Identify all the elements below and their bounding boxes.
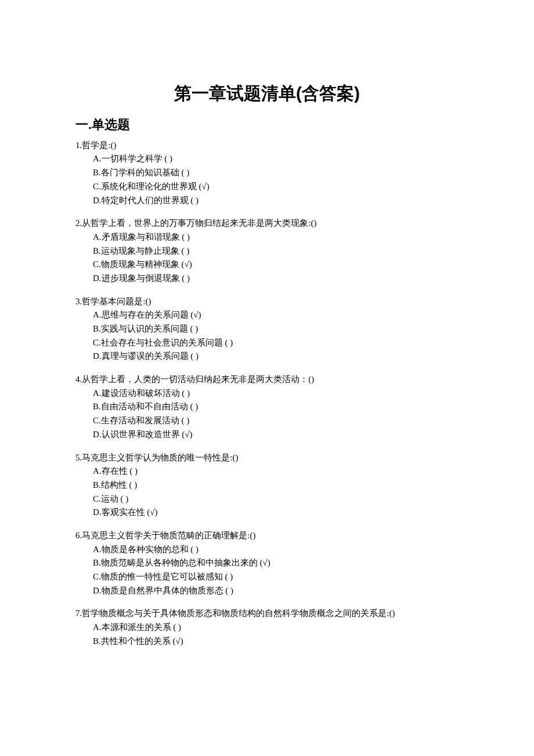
question-block: 1.哲学是:() A.一切科学之科学 ( ) B.各门学科的知识基础 ( ) C… bbox=[75, 139, 459, 207]
question-option: D.特定时代人们的世界观 ( ) bbox=[75, 194, 459, 208]
question-option: D.真理与谬误的关系问题 ( ) bbox=[75, 350, 459, 363]
question-stem: 6.马克思主义哲学关于物质范畴的正确理解是:() bbox=[75, 529, 459, 543]
question-option: B.各门学科的知识基础 ( ) bbox=[75, 166, 459, 180]
question-block: 3.哲学基本问题是:() A.思维与存在的关系问题 (√) B.实践与认识的关系… bbox=[75, 295, 459, 363]
question-stem: 2.从哲学上看，世界上的万事万物归结起来无非是两大类现象:() bbox=[75, 217, 459, 231]
question-option: B.共性和个性的关系 (√) bbox=[75, 635, 459, 649]
question-option: C.运动 ( ) bbox=[75, 492, 459, 506]
question-option: B.结构性 ( ) bbox=[75, 478, 459, 492]
question-option: A.建设活动和破坏活动 ( ) bbox=[75, 387, 459, 401]
question-block: 5.马克思主义哲学认为物质的唯一特性是:() A.存在性 ( ) B.结构性 (… bbox=[75, 451, 459, 520]
question-option: D.客观实在性 (√) bbox=[75, 506, 459, 520]
question-option: B.自由活动和不自由活动 ( ) bbox=[75, 400, 459, 414]
question-option: A.一切科学之科学 ( ) bbox=[75, 152, 459, 166]
section-heading: 一.单选题 bbox=[75, 116, 459, 134]
question-stem: 1.哲学是:() bbox=[75, 139, 459, 153]
question-stem: 7.哲学物质概念与关于具体物质形态和物质结构的自然科学物质概念之间的关系是:() bbox=[75, 607, 459, 621]
question-block: 2.从哲学上看，世界上的万事万物归结起来无非是两大类现象:() A.矛盾现象与和… bbox=[75, 217, 459, 285]
question-option: D.物质是自然界中具体的物质形态 ( ) bbox=[75, 584, 459, 598]
question-stem: 4.从哲学上看，人类的一切活动归纳起来无非是两大类活动：() bbox=[75, 373, 459, 387]
question-option: C.社会存在与社会意识的关系问题 ( ) bbox=[75, 336, 459, 350]
question-option: D.认识世界和改造世界 (√) bbox=[75, 428, 459, 442]
question-stem: 5.马克思主义哲学认为物质的唯一特性是:() bbox=[75, 451, 459, 465]
question-option: A.矛盾现象与和谐现象 ( ) bbox=[75, 231, 459, 244]
question-option: A.存在性 ( ) bbox=[75, 465, 459, 478]
question-option: A.物质是各种实物的总和 ( ) bbox=[75, 543, 459, 557]
page-title: 第一章试题清单(含答案) bbox=[75, 81, 459, 106]
question-option: C.物质现象与精神现象 (√) bbox=[75, 258, 459, 272]
question-option: C.物质的惟一特性是它可以被感知 ( ) bbox=[75, 570, 459, 584]
question-option: D.进步现象与倒退现象 ( ) bbox=[75, 272, 459, 286]
question-option: B.运动现象与静止现象 ( ) bbox=[75, 244, 459, 258]
question-option: A.本源和派生的关系 ( ) bbox=[75, 621, 459, 635]
question-block: 7.哲学物质概念与关于具体物质形态和物质结构的自然科学物质概念之间的关系是:()… bbox=[75, 607, 459, 648]
question-option: B.实践与认识的关系问题 ( ) bbox=[75, 322, 459, 336]
question-option: A.思维与存在的关系问题 (√) bbox=[75, 308, 459, 322]
question-option: B.物质范畴是从各种物的总和中抽象出来的 (√) bbox=[75, 556, 459, 570]
question-stem: 3.哲学基本问题是:() bbox=[75, 295, 459, 309]
question-block: 4.从哲学上看，人类的一切活动归纳起来无非是两大类活动：() A.建设活动和破坏… bbox=[75, 373, 459, 441]
question-block: 6.马克思主义哲学关于物质范畴的正确理解是:() A.物质是各种实物的总和 ( … bbox=[75, 529, 459, 597]
question-option: C.系统化和理论化的世界观 (√) bbox=[75, 180, 459, 194]
question-option: C.生存活动和发展活动 ( ) bbox=[75, 414, 459, 428]
document-page: 第一章试题清单(含答案) 一.单选题 1.哲学是:() A.一切科学之科学 ( … bbox=[0, 0, 534, 756]
